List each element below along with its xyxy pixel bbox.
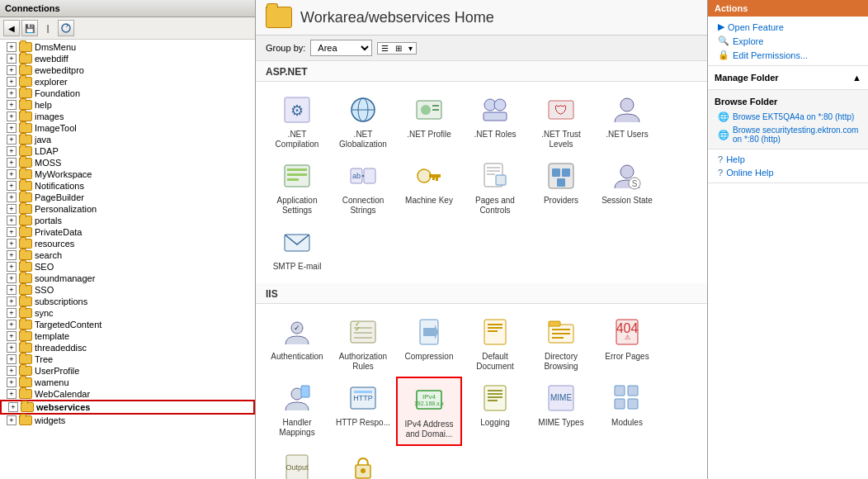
tree-item-notifications[interactable]: +Notifications [0, 180, 255, 192]
tree-item-help[interactable]: +help [0, 99, 255, 111]
tree-item-subscriptions[interactable]: +subscriptions [0, 296, 255, 307]
tree-item-sync[interactable]: +sync [0, 307, 255, 319]
expand-icon[interactable]: + [7, 100, 17, 110]
expand-icon[interactable]: + [7, 331, 17, 341]
icon-item-modules[interactable]: Modules [594, 377, 660, 446]
icon-item-error-pages[interactable]: 404⚠Error Pages [594, 311, 660, 377]
expand-icon[interactable]: + [7, 273, 17, 283]
tree-item-explorer[interactable]: +explorer [0, 76, 255, 88]
icon-item-authentication[interactable]: ✓Authentication [264, 311, 330, 377]
expand-icon[interactable]: + [7, 216, 17, 225]
expand-icon[interactable]: + [7, 296, 17, 306]
browse-link-1[interactable]: 🌐 Browse EKT5QA4a on *:80 (http) [708, 110, 868, 124]
icon-item-pages-controls[interactable]: Pages and Controls [462, 154, 528, 221]
tree-item-wamenu[interactable]: +wamenu [0, 377, 255, 388]
expand-icon[interactable]: + [7, 123, 17, 133]
expand-icon[interactable]: + [7, 42, 17, 52]
tree-item-search[interactable]: +search [0, 249, 255, 261]
edit-permissions-link[interactable]: 🔒 Edit Permissions... [708, 48, 868, 62]
expand-icon[interactable]: + [7, 158, 17, 168]
icon-item-dir-browsing[interactable]: Directory Browsing [528, 311, 594, 377]
toolbar-refresh-button[interactable] [58, 20, 74, 36]
expand-icon[interactable]: + [7, 65, 17, 75]
expand-icon[interactable]: + [8, 402, 18, 412]
expand-icon[interactable]: + [7, 377, 17, 387]
tree-item-webservices[interactable]: +webservices [0, 400, 255, 415]
tree-item-dmsmenu[interactable]: +DmsMenu [0, 41, 255, 53]
tree-item-userprofile[interactable]: +UserProfile [0, 365, 255, 377]
icon-item-logging[interactable]: Logging [462, 377, 528, 446]
icon-item-net-globalization[interactable]: .NET Globalization [330, 88, 396, 154]
expand-icon[interactable]: + [7, 204, 17, 214]
expand-icon[interactable]: + [7, 262, 17, 272]
expand-icon[interactable]: + [7, 146, 17, 156]
expand-icon[interactable]: + [7, 343, 17, 353]
expand-icon[interactable]: + [7, 54, 17, 64]
tree-item-webcalendar[interactable]: +WebCalendar [0, 388, 255, 400]
icon-item-smtp-email[interactable]: SMTP E-mail [264, 221, 330, 277]
tree-item-targetedcontent[interactable]: +TargetedContent [0, 319, 255, 330]
icon-item-auth-rules[interactable]: ✓✓Authorization Rules [330, 311, 396, 377]
open-feature-link[interactable]: ▶ Open Feature [708, 20, 868, 34]
icon-item-handler-mappings[interactable]: Handler Mappings [264, 377, 330, 446]
expand-icon[interactable]: + [7, 250, 17, 260]
icon-item-ssl-settings[interactable]: SSL Settings [330, 446, 396, 479]
icon-item-machine-key[interactable]: Machine Key [396, 154, 462, 221]
icon-item-conn-strings[interactable]: abConnection Strings [330, 154, 396, 221]
group-by-select[interactable]: Area Category [310, 40, 372, 56]
explore-link[interactable]: 🔍 Explore [708, 34, 868, 48]
icon-item-session-state[interactable]: SSession State [594, 154, 660, 221]
expand-icon[interactable]: + [7, 389, 17, 399]
expand-icon[interactable]: + [7, 415, 17, 425]
tree-item-java[interactable]: +java [0, 134, 255, 145]
icon-item-net-users[interactable]: .NET Users [594, 88, 660, 154]
tree-item-moss[interactable]: +MOSS [0, 157, 255, 168]
tree-item-pagebuilder[interactable]: +PageBuilder [0, 192, 255, 203]
expand-icon[interactable]: + [7, 77, 17, 87]
tree-item-tree[interactable]: +Tree [0, 353, 255, 365]
tree-item-personalization[interactable]: +Personalization [0, 203, 255, 215]
icon-item-net-compilation[interactable]: ⚙.NET Compilation [264, 88, 330, 154]
expand-icon[interactable]: + [7, 354, 17, 364]
help-link[interactable]: ? Help [708, 153, 868, 166]
dropdown-view-button[interactable]: ▾ [405, 43, 416, 54]
expand-icon[interactable]: + [7, 308, 17, 318]
connections-tree[interactable]: +DmsMenu+ewebdiff+ewebeditpro+explorer+F… [0, 40, 255, 479]
tree-item-sso[interactable]: +SSO [0, 284, 255, 296]
tree-item-widgets[interactable]: +widgets [0, 415, 255, 426]
icon-view-button[interactable]: ⊞ [392, 43, 405, 54]
expand-icon[interactable]: + [7, 227, 17, 237]
tree-item-ewebeditpro[interactable]: +ewebeditpro [0, 64, 255, 76]
expand-icon[interactable]: + [7, 181, 17, 191]
expand-icon[interactable]: + [7, 111, 17, 121]
icon-item-net-roles[interactable]: .NET Roles [462, 88, 528, 154]
tree-item-soundmanager[interactable]: +soundmanager [0, 273, 255, 284]
tree-item-threadeddisc[interactable]: +threadeddisc [0, 342, 255, 353]
expand-icon[interactable]: + [7, 135, 17, 145]
expand-icon[interactable]: + [7, 285, 17, 295]
tree-item-portals[interactable]: +portals [0, 215, 255, 226]
tree-item-ewebdiff[interactable]: +ewebdiff [0, 53, 255, 64]
online-help-link[interactable]: ? Online Help [708, 166, 868, 179]
tree-item-privatedata[interactable]: +PrivateData [0, 226, 255, 238]
collapse-icon[interactable]: ▲ [852, 73, 861, 83]
icon-item-mime-types[interactable]: MIMEMIME Types [528, 377, 594, 446]
icon-item-compression[interactable]: Compression [396, 311, 462, 377]
icon-item-ipv4-domain[interactable]: IPv4192.168.x.xIPv4 Address and Domai... [396, 377, 462, 446]
tree-item-myworkspace[interactable]: +MyWorkspace [0, 168, 255, 180]
tree-item-seo[interactable]: +SEO [0, 261, 255, 273]
tree-item-images[interactable]: +images [0, 111, 255, 122]
browse-link-2[interactable]: 🌐 Browse securitytesting.ektron.com on *… [708, 124, 868, 145]
expand-icon[interactable]: + [7, 320, 17, 330]
expand-icon[interactable]: + [7, 239, 17, 249]
tree-item-foundation[interactable]: +Foundation [0, 88, 255, 99]
icon-item-http-response[interactable]: HTTPHTTP Respo... [330, 377, 396, 446]
tree-item-template[interactable]: +template [0, 330, 255, 342]
tree-item-resources[interactable]: +resources [0, 238, 255, 249]
icon-item-net-profile[interactable]: .NET Profile [396, 88, 462, 154]
icon-item-output-caching[interactable]: OutputOutput Caching [264, 446, 330, 479]
icon-item-net-trust[interactable]: 🛡.NET Trust Levels [528, 88, 594, 154]
icon-item-providers[interactable]: Providers [528, 154, 594, 221]
list-view-button[interactable]: ☰ [378, 43, 392, 54]
toolbar-back-button[interactable]: ◀ [3, 20, 20, 36]
